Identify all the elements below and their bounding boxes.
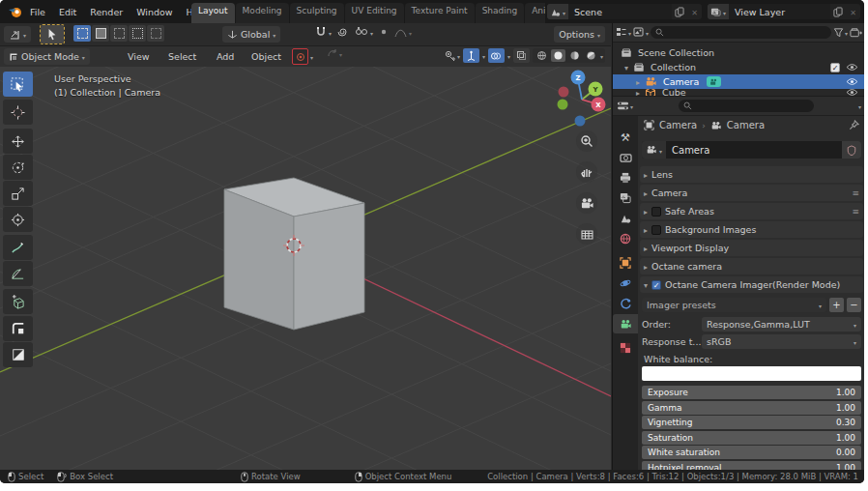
- menu-file[interactable]: File: [23, 0, 52, 23]
- zoom-view-icon[interactable]: [576, 130, 597, 152]
- chevron-down-icon[interactable]: [507, 50, 510, 61]
- tab-render-icon[interactable]: [613, 148, 638, 167]
- view-layer-selector[interactable]: View Layer: [708, 4, 860, 19]
- proportional-edit-icon[interactable]: [355, 26, 373, 38]
- tab-modeling[interactable]: Modeling: [236, 3, 289, 23]
- order-dropdown[interactable]: Response,Gamma,LUT: [702, 317, 861, 332]
- panel-octane-imager[interactable]: Octane Camera Imager(Render Mode): [640, 276, 863, 293]
- slider-white-saturation[interactable]: White saturation 0.00: [642, 446, 861, 459]
- tool-measure[interactable]: [3, 261, 33, 286]
- menu-edit[interactable]: Edit: [52, 0, 83, 23]
- copy-icon[interactable]: [672, 7, 687, 17]
- shield-icon[interactable]: [842, 141, 861, 159]
- gizmo-neg-x[interactable]: [559, 87, 569, 98]
- background-images-checkbox[interactable]: [651, 225, 661, 235]
- tool-annotate[interactable]: [3, 235, 33, 260]
- blender-logo-icon[interactable]: [8, 4, 23, 19]
- chevron-down-icon[interactable]: [858, 101, 861, 111]
- filter-funnel-icon[interactable]: [833, 27, 848, 38]
- copy-icon[interactable]: [830, 7, 846, 17]
- presets-icon[interactable]: [852, 206, 859, 217]
- panel-background-images[interactable]: Background Images: [640, 221, 863, 238]
- shading-material-icon[interactable]: [567, 49, 582, 62]
- remove-icon[interactable]: [846, 7, 860, 17]
- tab-constraints-icon[interactable]: [613, 294, 638, 313]
- tab-object-icon[interactable]: [613, 253, 638, 273]
- new-collection-icon[interactable]: [850, 27, 862, 39]
- menu-add[interactable]: Add: [211, 46, 240, 67]
- unlink-icon[interactable]: [687, 7, 702, 17]
- tab-texture-icon[interactable]: [613, 338, 638, 358]
- octane-imager-checkbox[interactable]: [651, 280, 661, 290]
- preset-add-button[interactable]: [829, 298, 844, 312]
- outliner-row-collection[interactable]: Collection: [613, 60, 864, 74]
- octane-menu-button[interactable]: [292, 48, 313, 65]
- tab-tool-icon[interactable]: [613, 128, 638, 147]
- display-mode-icon[interactable]: [616, 27, 631, 38]
- white-balance-swatch[interactable]: [642, 366, 861, 381]
- select-mode-intersect-button[interactable]: [147, 25, 164, 42]
- slider-vignetting[interactable]: Vignetting 0.30: [642, 416, 861, 429]
- xray-toggle[interactable]: [513, 48, 530, 63]
- expand-icon[interactable]: [636, 89, 640, 96]
- datablock-name[interactable]: Camera: [666, 145, 842, 156]
- scene-name[interactable]: Scene: [568, 4, 672, 19]
- tab-uv-editing[interactable]: UV Editing: [345, 3, 404, 23]
- navigation-gizmo[interactable]: X Y Z: [558, 71, 606, 127]
- outliner-row-camera[interactable]: Camera: [613, 74, 864, 89]
- select-mode-subtract-button[interactable]: [110, 25, 128, 42]
- visibility-dropdown[interactable]: [444, 50, 460, 62]
- expand-icon[interactable]: [636, 76, 640, 87]
- shading-solid-icon[interactable]: [551, 49, 565, 62]
- gizmo-neg-y[interactable]: [558, 100, 568, 110]
- extra-dropdown[interactable]: [327, 48, 342, 59]
- snap-magnet-icon[interactable]: [315, 26, 332, 38]
- panel-viewport-display[interactable]: Viewport Display: [640, 240, 863, 256]
- tool-extra-1[interactable]: [3, 316, 33, 341]
- tab-output-icon[interactable]: [613, 168, 638, 188]
- tool-transform[interactable]: [3, 207, 33, 232]
- falloff-curve-icon[interactable]: [394, 27, 412, 38]
- breadcrumb-object[interactable]: Camera: [659, 120, 697, 130]
- response-dropdown[interactable]: sRGB: [702, 334, 861, 349]
- outliner-search-input[interactable]: [667, 27, 826, 39]
- properties-search-input[interactable]: [695, 101, 809, 112]
- safe-areas-checkbox[interactable]: [651, 207, 661, 217]
- tab-animation[interactable]: Animation: [525, 3, 545, 23]
- select-mode-new-button[interactable]: [73, 25, 91, 42]
- menu-window[interactable]: Window: [130, 0, 179, 23]
- tool-extra-2[interactable]: [3, 342, 33, 367]
- active-tool-icon[interactable]: [41, 25, 64, 43]
- tab-layout[interactable]: Layout: [191, 3, 235, 23]
- outliner-row-cube[interactable]: Cube: [613, 89, 864, 96]
- tool-scale[interactable]: [3, 181, 33, 206]
- camera-data-icon[interactable]: [707, 76, 721, 87]
- tool-move[interactable]: [3, 129, 33, 154]
- grid-ortho-icon[interactable]: [576, 223, 597, 245]
- tab-view-layer-icon[interactable]: [613, 188, 638, 208]
- tab-object-data-icon[interactable]: [613, 314, 638, 333]
- panel-camera[interactable]: Camera: [640, 185, 863, 201]
- shading-rendered-icon[interactable]: [584, 49, 598, 62]
- panel-lens[interactable]: Lens: [640, 166, 863, 183]
- falloff-dot-icon[interactable]: [379, 27, 389, 37]
- tab-scene-icon[interactable]: [613, 209, 638, 228]
- row-label[interactable]: Cube: [662, 89, 686, 96]
- display-filter-icon[interactable]: [633, 27, 649, 38]
- tab-world-icon[interactable]: [613, 229, 638, 248]
- scene-selector[interactable]: Scene: [547, 4, 702, 19]
- chevron-down-icon[interactable]: [600, 50, 603, 61]
- view-layer-icon[interactable]: [708, 4, 729, 19]
- expand-icon[interactable]: [624, 62, 628, 72]
- presets-icon[interactable]: [852, 188, 859, 198]
- tool-rotate[interactable]: [3, 155, 33, 180]
- select-mode-extend-button[interactable]: [92, 25, 109, 42]
- outliner-search[interactable]: [651, 26, 831, 39]
- eye-icon[interactable]: [846, 89, 858, 96]
- menu-render[interactable]: Render: [83, 0, 130, 23]
- breadcrumb-data[interactable]: Camera: [727, 120, 765, 130]
- options-dropdown[interactable]: Options: [554, 26, 605, 43]
- menu-object[interactable]: Object: [246, 46, 287, 67]
- tool-select-box[interactable]: [3, 72, 33, 97]
- collection-checkbox[interactable]: [830, 63, 840, 72]
